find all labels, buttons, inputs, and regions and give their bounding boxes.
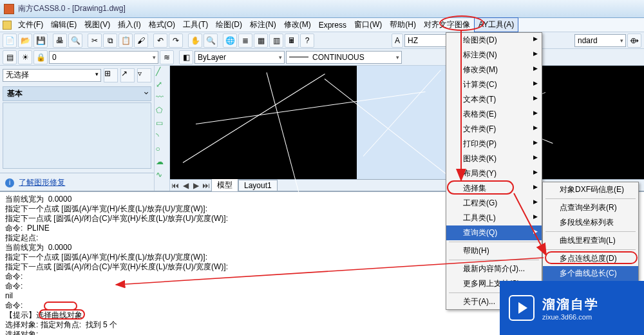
mi-dxf[interactable]: 对象DXF码信息(E) <box>543 182 638 197</box>
spline-icon[interactable]: ∿ <box>156 170 169 182</box>
match-icon[interactable]: 🖌 <box>134 34 148 48</box>
paste-icon[interactable]: 📋 <box>118 34 133 48</box>
mi-tool[interactable]: 工具类(L)▶ <box>446 211 542 225</box>
cmd-line: 命令: <box>5 282 23 291</box>
textstyle-icon[interactable]: A <box>392 34 403 48</box>
tab-first-icon[interactable]: ⏮ <box>170 181 180 190</box>
menu-window[interactable]: 窗口(W) <box>350 18 386 32</box>
mi-multipoint-len[interactable]: 多点连线总度(D) <box>543 251 638 266</box>
preview-icon[interactable]: 🔍 <box>68 34 82 48</box>
menu-tools[interactable]: 工具(T) <box>179 18 212 32</box>
layerprev-icon[interactable]: ≋ <box>160 50 174 64</box>
tab-prev-icon[interactable]: ◀ <box>180 181 191 190</box>
chevron-right-icon: ▶ <box>533 65 538 72</box>
layer-dropdown[interactable]: 0 <box>49 51 158 64</box>
menu-view[interactable]: 视图(V) <box>80 18 114 32</box>
cut-icon[interactable]: ✂ <box>88 34 102 48</box>
filter-icon[interactable]: ▿ <box>137 68 151 82</box>
mi-modify[interactable]: 修改类(M)▶ <box>446 62 542 77</box>
block-icon[interactable]: ▦ <box>254 34 268 48</box>
xline-icon[interactable]: ⤢ <box>156 80 169 91</box>
layer-lock-icon[interactable]: 🔒 <box>33 50 48 64</box>
mi-pointlist[interactable]: 点查询坐列表(R) <box>543 200 638 215</box>
chevron-right-icon: ▶ <box>533 35 538 42</box>
menu-separator <box>449 242 539 242</box>
rect-icon[interactable]: ▭ <box>156 119 169 130</box>
mi-multicurve-len[interactable]: 多个曲线总长(C) <box>543 266 638 281</box>
basic-header[interactable]: 基本⌵ <box>3 86 151 101</box>
document-icon[interactable] <box>3 21 12 30</box>
menu-draw[interactable]: 绘图(D) <box>212 18 246 32</box>
dimstyle-dropdown[interactable]: ndard <box>574 34 626 47</box>
collapse-icon[interactable]: ⌵ <box>144 88 148 95</box>
save-icon[interactable]: 💾 <box>33 34 48 48</box>
menu-help[interactable]: 帮助(H) <box>386 18 420 32</box>
pline-icon[interactable]: 〰 <box>156 93 169 104</box>
dim-update-icon[interactable]: ⟴ <box>627 34 641 48</box>
linetype-dropdown[interactable]: CONTINUOUS <box>286 51 402 64</box>
mi-chainage[interactable]: 曲线里程查询(L) <box>543 233 638 248</box>
pan-icon[interactable]: ✋ <box>188 34 202 48</box>
mi-selset[interactable]: 选择集▶ <box>446 181 542 196</box>
tab-layout1[interactable]: Layout1 <box>238 180 278 191</box>
globe-icon[interactable]: 🌐 <box>223 34 237 48</box>
copy-icon[interactable]: ⧉ <box>103 34 117 48</box>
play-icon <box>509 295 535 321</box>
color-bylayer-dropdown[interactable]: ByLayer <box>194 51 285 64</box>
menu-edit[interactable]: 编辑(E) <box>47 18 80 32</box>
layerman-icon[interactable]: ▤ <box>3 50 17 64</box>
mi-dim[interactable]: 标注类(N)▶ <box>446 48 542 62</box>
menu-separator <box>545 198 636 199</box>
zoom-icon[interactable]: 🔍 <box>204 34 218 48</box>
selection-dropdown[interactable]: 无选择 <box>3 69 101 82</box>
arc-icon[interactable]: ◝ <box>156 131 169 143</box>
print-icon[interactable]: 🖶 <box>53 34 67 48</box>
menu-insert[interactable]: 插入(I) <box>114 18 144 32</box>
selectobj-icon[interactable]: ↗ <box>120 68 135 82</box>
mi-calc[interactable]: 计算类(C)▶ <box>446 77 542 92</box>
menu-express[interactable]: Express <box>315 19 350 31</box>
undo-icon[interactable]: ↶ <box>153 34 167 48</box>
quickselect-icon[interactable]: ⊞ <box>104 68 118 82</box>
tab-model[interactable]: 模型 <box>211 178 238 192</box>
polygon-icon[interactable]: ⬠ <box>156 106 169 117</box>
mi-block[interactable]: 图块类(K)▶ <box>446 151 542 166</box>
mi-help[interactable]: 帮助(H) <box>446 244 542 258</box>
revcloud-icon[interactable]: ☁ <box>156 157 169 169</box>
cmd-line: 指定下一点或 [圆弧(A)/闭合(C)/半宽(H)/长度(L)/放弃(U)/宽度… <box>5 214 228 223</box>
help-icon[interactable]: ? <box>300 34 314 48</box>
calc-icon[interactable]: 🖩 <box>285 34 299 48</box>
prop-icon[interactable]: ▥ <box>269 34 283 48</box>
mi-file[interactable]: 文件类(F)▶ <box>446 122 542 137</box>
layers-icon[interactable]: ≣ <box>238 34 252 48</box>
tab-next-icon[interactable]: ▶ <box>191 181 201 190</box>
chevron-right-icon: ▶ <box>533 50 538 57</box>
mi-print[interactable]: 打印类(P)▶ <box>446 137 542 151</box>
menu-aligntext[interactable]: 对齐文字图像 <box>420 18 474 32</box>
circle-icon[interactable]: ○ <box>156 144 169 156</box>
mi-news[interactable]: 最新内容简介(J)... <box>446 262 542 276</box>
open-icon[interactable]: 📂 <box>18 34 32 48</box>
titlebar: 南方CASS8.0 - [Drawing1.dwg] <box>0 0 644 18</box>
menu-file[interactable]: 文件(F) <box>14 18 47 32</box>
new-icon[interactable]: 📄 <box>3 34 17 48</box>
mi-text[interactable]: 文本类(T)▶ <box>446 92 542 107</box>
mi-pline-list[interactable]: 多段线坐标列表 <box>543 215 638 230</box>
menu-dim[interactable]: 标注(N) <box>246 18 280 32</box>
mi-draw[interactable]: 绘图类(D)▶ <box>446 33 542 48</box>
mi-table[interactable]: 表格类(E)▶ <box>446 107 542 122</box>
watermark: 溜溜自学 zixue.3d66.com <box>500 281 644 335</box>
mi-query[interactable]: 查询类(Q)▶ <box>446 225 542 240</box>
menu-format[interactable]: 格式(O) <box>145 18 179 32</box>
redo-icon[interactable]: ↷ <box>169 34 183 48</box>
layer-sun-icon[interactable]: ☀ <box>18 50 32 64</box>
menu-aytools[interactable]: AY工具(A) <box>474 17 518 32</box>
line-icon[interactable]: ╱ <box>156 67 169 79</box>
mi-project[interactable]: 工程类(G)▶ <box>446 196 542 211</box>
repair-link[interactable]: 了解图形修复 <box>19 178 65 187</box>
menu-modify[interactable]: 修改(M) <box>280 18 315 32</box>
model-canvas[interactable] <box>170 66 357 179</box>
mi-layout[interactable]: 布局类(Y)▶ <box>446 166 542 181</box>
tab-last-icon[interactable]: ⏭ <box>201 181 211 190</box>
color-icon[interactable]: ◧ <box>179 50 193 64</box>
